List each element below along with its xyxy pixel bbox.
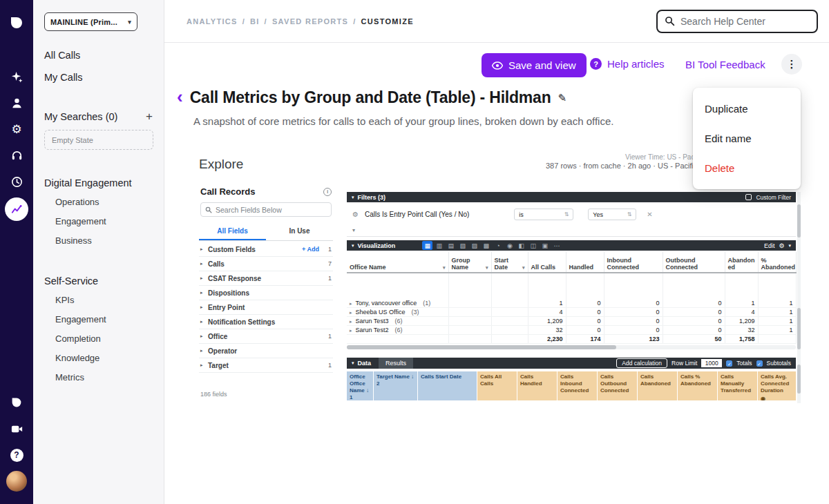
sidebar-item-kpis[interactable]: KPIs [55,295,153,306]
vis-icon-line[interactable]: ▨ [469,241,479,250]
data-col-avg-connected-duration[interactable]: Calls Avg. Connected Duration ◉ [758,371,796,400]
subtotals-label[interactable]: Subtotals [767,360,791,367]
data-col-target-name[interactable]: Target Name ↓ 2 [374,371,417,400]
col-office-name[interactable]: Office Name▾ [347,252,448,273]
totals-checkbox[interactable]: ✓ [726,360,732,367]
collapse-visualization-icon[interactable]: ▾ [352,243,354,249]
field-group-csat-response[interactable]: ▸ CSAT Response 1 [199,271,333,286]
eye-icon[interactable]: ◉ [761,396,793,400]
custom-filter-checkbox[interactable] [745,194,752,200]
collapse-filters-icon[interactable]: ▾ [352,195,354,200]
subtotals-checkbox[interactable]: ✓ [756,360,763,367]
tab-in-use[interactable]: In Use [266,224,333,240]
field-group-operator[interactable]: ▸ Operator [199,344,333,358]
add-search-button[interactable]: + [146,111,153,122]
expand-row-icon[interactable]: ▸ [350,310,352,315]
row-limit-input[interactable] [701,359,722,367]
analytics-icon-active[interactable] [5,197,28,221]
breadcrumb-saved-reports[interactable]: SAVED REPORTS [272,17,348,26]
vis-icon-area[interactable]: ▩ [481,241,491,250]
help-icon[interactable]: ? [6,445,27,465]
breadcrumb-bi[interactable]: BI [250,17,260,26]
horizontal-scrollbar-thumb[interactable] [347,345,616,349]
settings-gear-icon[interactable]: ⚙ [6,119,27,139]
horizontal-scrollbar[interactable] [347,345,796,349]
data-col-pct-abandoned[interactable]: Calls % Abandoned [678,371,717,400]
vis-icon-map[interactable]: ◧ [516,241,526,250]
vis-icon-funnel[interactable]: ▣ [540,241,550,250]
expand-row-icon[interactable]: ▸ [350,328,352,333]
col-start-date[interactable]: Start Date▾ [491,252,528,273]
filter-operator-select[interactable]: is ⇅ [514,209,573,220]
menu-item-delete[interactable]: Delete [693,153,801,183]
vis-icon-bar[interactable]: ▤ [446,241,456,250]
ai-sparkles-icon[interactable] [6,66,27,87]
sidebar-item-my-calls[interactable]: My Calls [44,71,153,84]
col-abandoned[interactable]: Abandoned [725,252,758,273]
expand-row-icon[interactable]: ▸ [350,301,352,306]
vis-icon-grid[interactable]: ▥ [434,241,444,250]
field-search[interactable] [200,202,332,217]
sidebar-item-all-calls[interactable]: All Calls [44,49,153,61]
vis-icon-donut[interactable]: ◉ [504,241,515,250]
data-col-office-name[interactable]: Office Office Name ↓ 1 [347,371,373,400]
data-col-abandoned[interactable]: Calls Abandoned [638,371,677,400]
custom-filter-label[interactable]: Custom Filter [756,194,791,201]
sidebar-item-ss-engagement[interactable]: Engagement [55,314,153,325]
vis-icon-more[interactable]: ⋯ [551,241,562,250]
col-all-calls[interactable]: All Calls [528,252,566,273]
expand-filter-icon[interactable]: ▾ [352,227,355,233]
field-group-dispositions[interactable]: ▸ Dispositions [199,286,333,300]
data-col-inbound-connected[interactable]: Calls Inbound Connected [558,371,597,400]
col-pct-abandoned[interactable]: % Abandoned [758,252,796,273]
dialpad-logo-icon[interactable] [6,12,27,33]
vertical-scrollbar[interactable] [797,192,801,403]
table-row[interactable]: ▸Sarun Test2(6) 32 0 0 0 32 1 [347,326,796,335]
contacts-icon[interactable] [6,93,27,113]
menu-item-duplicate[interactable]: Duplicate [693,94,801,124]
video-meetings-icon[interactable] [6,418,27,439]
data-col-all-calls[interactable]: Calls All Calls [477,371,517,400]
help-articles-link[interactable]: ? Help articles [590,58,665,70]
field-group-target[interactable]: ▸ Target 1 [199,358,333,373]
data-col-handled[interactable]: Calls Handled [517,371,557,400]
menu-item-edit-name[interactable]: Edit name [693,124,801,153]
field-group-entry-point[interactable]: ▸ Entry Point [199,300,333,315]
bi-tool-feedback-link[interactable]: BI Tool Feedback [685,59,765,70]
back-button[interactable]: ‹ [177,88,183,106]
field-group-calls[interactable]: ▸ Calls 7 [199,257,333,271]
sidebar-item-metrics[interactable]: Metrics [55,372,153,383]
vis-icon-pie[interactable]: ◔ [493,241,503,250]
breadcrumb-analytics[interactable]: ANALYTICS [187,17,238,26]
remove-filter-button[interactable]: ✕ [647,211,652,218]
field-group-notification-settings[interactable]: ▸ Notification Settings [199,315,333,329]
col-group-name[interactable]: Group Name▾ [448,252,491,273]
field-group-custom-fields[interactable]: ▸ Custom Fields + Add 1 [199,242,333,257]
more-actions-button[interactable]: ⋮ [781,54,802,75]
sidebar-item-engagement[interactable]: Engagement [55,216,153,227]
vertical-scrollbar-thumb[interactable] [797,365,801,394]
field-search-input[interactable] [216,206,327,214]
add-custom-field-button[interactable]: + Add [302,246,319,253]
filter-gear-icon[interactable]: ⚙ [352,211,359,218]
col-handled[interactable]: Handled [566,252,604,273]
sidebar-item-knowledge[interactable]: Knowledge [55,353,153,364]
sidebar-item-operations[interactable]: Operations [55,197,153,208]
col-outbound-connected[interactable]: Outbound Connected [663,252,725,273]
table-row[interactable]: ▸Tony, vancouver office(1) 1 0 0 0 1 1 [347,299,796,308]
tab-all-fields[interactable]: All Fields [199,224,266,240]
table-row[interactable]: ▸Sarun Test3(6) 1,209 0 0 0 1,209 1 [347,317,796,326]
sidebar-item-business[interactable]: Business [55,235,153,246]
add-calculation-button[interactable]: Add calculation [616,358,667,368]
vertical-scrollbar-thumb[interactable] [797,308,801,349]
vis-edit-button[interactable]: Edit [764,242,775,249]
vis-icon-column[interactable]: ▧ [457,241,468,250]
data-col-manually-transferred[interactable]: Calls Manually Transferred [718,371,757,400]
user-avatar[interactable] [6,471,27,492]
col-inbound-connected[interactable]: Inbound Connected [604,252,663,273]
totals-label[interactable]: Totals [736,360,752,367]
data-col-start-date[interactable]: Calls Start Date [418,371,477,400]
collapse-data-icon[interactable]: ▾ [352,360,354,366]
tab-results[interactable]: Results [379,358,413,369]
vis-icon-table[interactable]: ▦ [422,241,432,250]
